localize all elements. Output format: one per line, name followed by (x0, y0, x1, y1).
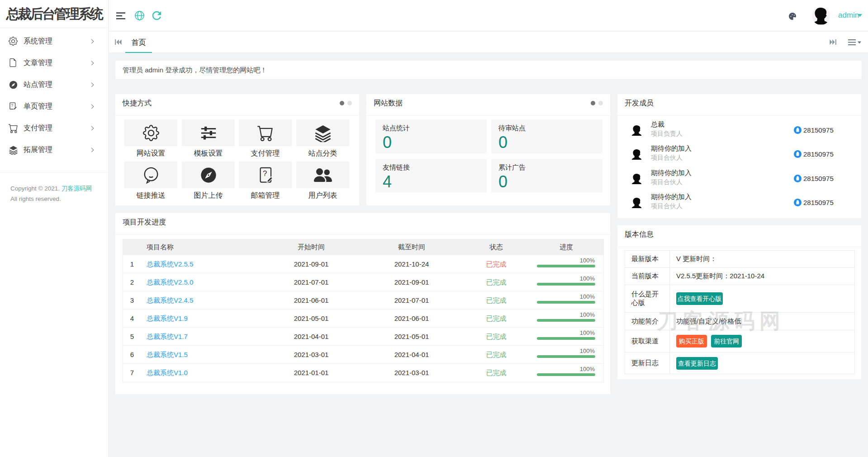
svg-text:?: ? (11, 103, 14, 108)
svg-text:?: ? (263, 169, 267, 177)
